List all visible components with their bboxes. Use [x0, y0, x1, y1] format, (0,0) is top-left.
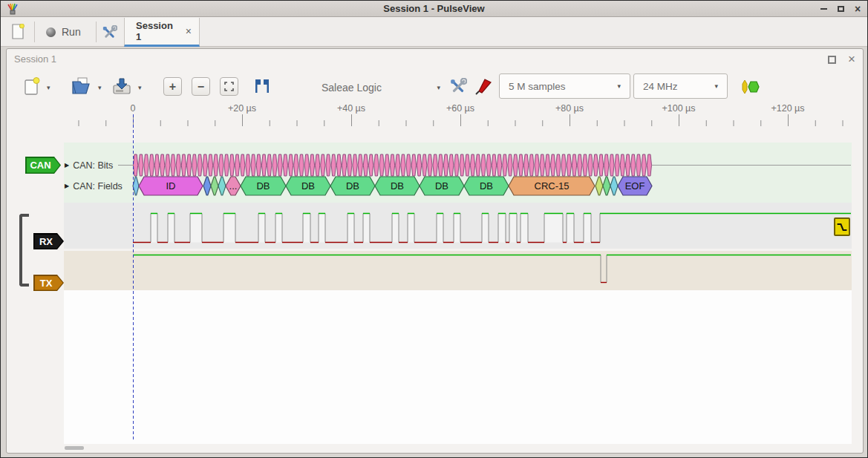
- open-button[interactable]: [71, 76, 93, 96]
- device-name: Saleae Logic: [322, 82, 382, 94]
- new-view-button[interactable]: [22, 76, 42, 96]
- new-file-icon: [11, 24, 25, 40]
- zoom-out-button[interactable]: −: [192, 77, 210, 96]
- save-icon: [111, 77, 132, 95]
- new-session-button[interactable]: [8, 22, 27, 42]
- row-label-text: CAN: Bits: [73, 160, 113, 171]
- maximize-icon[interactable]: [835, 4, 846, 14]
- ruler-tick-label: +20 µs: [228, 103, 256, 114]
- device-config-button[interactable]: [448, 76, 469, 97]
- session-restore-icon[interactable]: [828, 56, 836, 64]
- ruler-tick-label: +120 µs: [771, 103, 804, 114]
- ruler-tick-label: +40 µs: [337, 103, 365, 114]
- save-button[interactable]: [111, 76, 133, 96]
- zoom-fit-icon: [224, 82, 234, 91]
- minus-icon: −: [198, 81, 204, 93]
- falling-edge-trigger-icon[interactable]: [834, 217, 850, 236]
- plus-icon: +: [169, 81, 176, 93]
- ruler-tick-label: +100 µs: [662, 103, 695, 114]
- can-bits-row-label[interactable]: ▶ CAN: Bits: [65, 160, 113, 171]
- zoom-fit-button[interactable]: [220, 77, 238, 96]
- expander-icon[interactable]: ▶: [65, 162, 69, 169]
- sample-count-value: 5 M samples: [509, 81, 566, 92]
- can-fields-row-label[interactable]: ▶ CAN: Fields: [65, 180, 123, 192]
- sample-count-dropdown-icon: ▾: [617, 82, 621, 90]
- rx-row-background[interactable]: [64, 203, 852, 249]
- wrench-screwdriver-icon: [449, 78, 467, 96]
- add-decoder-button[interactable]: [740, 78, 762, 96]
- toolbar-separator: [96, 22, 97, 42]
- trigger-flags-icon: [253, 77, 271, 95]
- ruler-tick-label: 0: [131, 103, 136, 114]
- session-close-icon[interactable]: ×: [848, 55, 855, 64]
- sample-rate-select[interactable]: 24 MHz ▾: [633, 73, 728, 99]
- pulseview-window: Session 1 - PulseView × Run: [0, 0, 868, 458]
- run-state-icon: [46, 27, 56, 37]
- channels-button[interactable]: [473, 76, 494, 97]
- wrench-screwdriver-icon: [102, 25, 117, 41]
- row-label-text: CAN: Fields: [73, 181, 123, 192]
- tab-session-1[interactable]: Session 1 ×: [124, 18, 200, 47]
- decoder-icon: [741, 79, 760, 95]
- sample-count-select[interactable]: 5 M samples ▾: [499, 73, 630, 99]
- window-title: Session 1 - PulseView: [1, 3, 867, 14]
- new-view-dropdown-icon[interactable]: ▾: [47, 84, 50, 91]
- ruler-tick-label: +60 µs: [446, 103, 474, 114]
- title-bar: Session 1 - PulseView ×: [1, 1, 867, 17]
- decoder-row-background[interactable]: [64, 143, 852, 203]
- horizontal-scrollbar-handle[interactable]: [65, 446, 84, 450]
- session-title: Session 1: [14, 53, 56, 65]
- main-toolbar: Run Session 1 ×: [1, 17, 867, 47]
- minimize-icon[interactable]: [818, 4, 829, 14]
- expander-icon[interactable]: ▶: [65, 183, 69, 189]
- new-view-icon: [24, 77, 40, 96]
- device-dropdown-icon: ▾: [437, 84, 440, 91]
- close-icon[interactable]: ×: [852, 4, 863, 14]
- settings-button[interactable]: [100, 24, 118, 42]
- open-dropdown-icon[interactable]: ▾: [98, 84, 102, 91]
- tab-label: Session 1: [136, 20, 178, 42]
- sample-rate-value: 24 MHz: [643, 81, 678, 92]
- zoom-in-button[interactable]: +: [163, 77, 182, 96]
- toolbar-separator: [34, 22, 35, 42]
- open-folder-icon: [71, 77, 92, 95]
- run-button[interactable]: Run: [42, 20, 85, 44]
- channel-group-bracket: [19, 214, 29, 287]
- device-selector[interactable]: Saleae Logic ▾: [322, 78, 440, 97]
- sample-rate-dropdown-icon: ▾: [714, 82, 718, 90]
- tx-tag-label: TX: [40, 278, 53, 289]
- ruler-tick-label: +80 µs: [555, 103, 584, 114]
- empty-trace-area: [64, 290, 852, 444]
- can-decoder-tag[interactable]: CAN: [25, 157, 61, 174]
- zoom-to-fit-markers-button[interactable]: [252, 76, 273, 96]
- tab-close-icon[interactable]: ×: [186, 25, 192, 37]
- probe-icon: [474, 78, 492, 96]
- can-tag-label: CAN: [30, 160, 50, 171]
- rx-tag-label: RX: [39, 236, 53, 247]
- tx-row-background[interactable]: [64, 251, 852, 290]
- save-dropdown-icon[interactable]: ▾: [138, 84, 142, 91]
- run-label: Run: [62, 26, 81, 38]
